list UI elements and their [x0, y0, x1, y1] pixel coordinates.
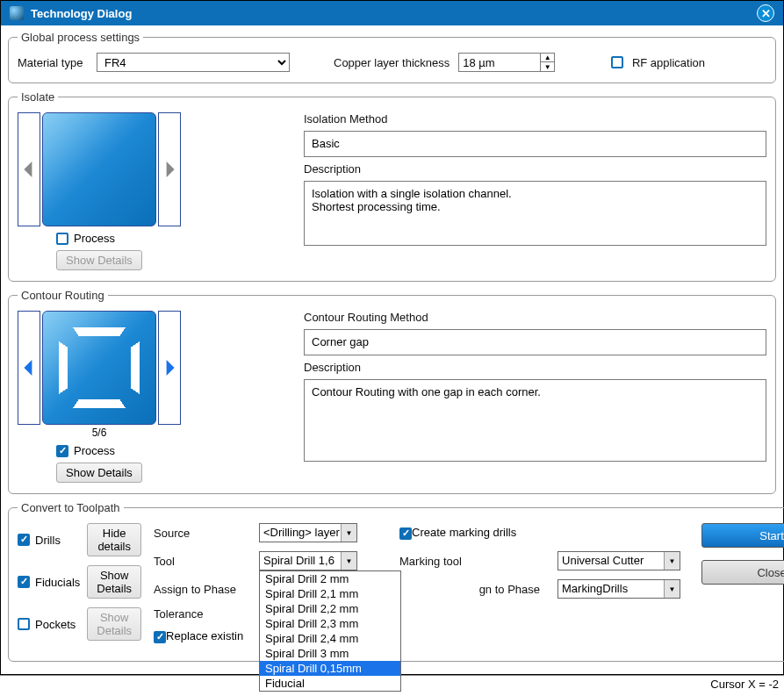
chevron-down-icon[interactable]: ▼ [341, 524, 356, 542]
marking-tool-combo[interactable]: Universal Cutter▼ [557, 551, 689, 570]
contour-process-checkbox[interactable] [56, 445, 68, 457]
isolate-process-checkbox[interactable] [56, 233, 68, 245]
isolate-process-label: Process [74, 232, 115, 245]
isolate-next-button[interactable] [158, 112, 181, 226]
contour-thumbnail [42, 311, 156, 425]
convert-group: Convert to Toolpath Drills Hide details … [8, 501, 784, 662]
close-icon[interactable]: ✕ [757, 4, 774, 22]
convert-form: Source <Drilling> layer▼ Create marking … [154, 523, 689, 643]
create-marking-checkbox[interactable] [399, 527, 412, 540]
chevron-down-icon[interactable]: ▼ [341, 552, 356, 570]
tool-option[interactable]: Spiral Drill 2,1 mm [260, 586, 400, 601]
material-type-label: Material type [18, 56, 88, 69]
contour-group: Contour Routing 5/6 Process Show Details [8, 289, 776, 494]
contour-next-button[interactable] [158, 311, 181, 425]
svg-marker-1 [167, 161, 175, 177]
isolate-show-details-button: Show Details [56, 250, 142, 270]
contour-legend: Contour Routing [18, 289, 108, 302]
material-type-select[interactable]: FR4 [97, 53, 290, 72]
pockets-checkbox[interactable] [18, 618, 30, 630]
titlebar: Technology Dialog ✕ [1, 1, 783, 25]
rf-application-label: RF application [632, 56, 705, 69]
source-label: Source [154, 527, 241, 540]
technology-dialog: Technology Dialog ✕ Global process setti… [0, 0, 784, 675]
spinner-down-icon[interactable]: ▼ [540, 62, 554, 71]
rf-application-checkbox[interactable] [611, 56, 623, 68]
tool-dropdown[interactable]: Spiral Drill 2 mmSpiral Drill 2,1 mmSpir… [259, 570, 401, 692]
drills-label: Drills [35, 534, 61, 547]
isolation-method-label: Isolation Method [304, 112, 766, 126]
isolate-thumbnail [42, 112, 156, 226]
isolation-desc-value: Isolation with a single isolation channe… [304, 181, 766, 246]
contour-counter: 5/6 [18, 427, 181, 439]
assign-phase-label: Assign to Phase [154, 583, 241, 596]
isolate-carousel [18, 112, 181, 226]
create-marking-label: Create marking drills [412, 526, 516, 539]
contour-desc-value: Contour Routing with one gap in each cor… [304, 379, 766, 462]
drills-hide-details-button[interactable]: Hide details [87, 523, 141, 556]
cursor-position: Cursor X = -2 [710, 678, 779, 691]
tolerance-label: Tolerance [154, 607, 241, 621]
convert-legend: Convert to Toolpath [18, 501, 124, 514]
close-button[interactable]: Close [701, 560, 784, 585]
svg-marker-0 [24, 161, 32, 177]
dialog-title: Technology Dialog [31, 7, 132, 20]
isolation-desc-label: Description [304, 162, 766, 176]
copper-thickness-spinner[interactable]: 18 µm ▲▼ [458, 53, 555, 72]
isolate-legend: Isolate [18, 90, 58, 104]
contour-prev-button[interactable] [18, 311, 40, 425]
contour-carousel [18, 311, 181, 425]
svg-marker-2 [24, 360, 32, 376]
tool-option[interactable]: Spiral Drill 3 mm [260, 646, 400, 661]
isolate-prev-button[interactable] [18, 112, 40, 226]
replace-existing-label: Replace existin [166, 629, 243, 642]
contour-method-value: Corner gap [304, 329, 766, 355]
isolation-method-value: Basic [304, 131, 766, 157]
pockets-label: Pockets [35, 618, 76, 631]
isolate-group: Isolate Process Show Details [8, 90, 776, 282]
global-legend: Global process settings [18, 31, 143, 44]
marking-assign-combo[interactable]: MarkingDrills▼ [557, 579, 689, 599]
action-buttons: Start Close [701, 523, 784, 643]
pockets-show-details-button: Show Details [87, 607, 141, 641]
spinner-up-icon[interactable]: ▲ [540, 54, 554, 62]
global-settings-group: Global process settings Material type FR… [8, 31, 776, 83]
tool-option[interactable]: Spiral Drill 2 mm [260, 571, 400, 586]
tool-combo[interactable]: Spiral Drill 1,6▼ Spiral Drill 2 mmSpira… [259, 551, 382, 570]
tool-option[interactable]: Spiral Drill 2,4 mm [260, 631, 400, 646]
fiducials-checkbox[interactable] [18, 576, 30, 588]
replace-existing-checkbox[interactable] [154, 631, 166, 643]
tool-option[interactable]: Fiducial [260, 676, 400, 691]
tool-label: Tool [154, 555, 241, 568]
drills-checkbox[interactable] [18, 534, 30, 546]
contour-process-label: Process [74, 444, 115, 457]
svg-marker-3 [167, 360, 175, 376]
contour-method-label: Contour Routing Method [304, 311, 766, 324]
copper-thickness-value: 18 µm [459, 56, 540, 69]
dialog-body: Global process settings Material type FR… [1, 25, 783, 674]
convert-left-column: Drills Hide details Fiducials Show Detai… [18, 523, 141, 643]
app-icon [10, 6, 24, 20]
contour-show-details-button[interactable]: Show Details [56, 463, 142, 483]
tool-option[interactable]: Spiral Drill 2,2 mm [260, 601, 400, 616]
fiducials-label: Fiducials [35, 576, 80, 589]
source-combo[interactable]: <Drilling> layer▼ [259, 523, 382, 542]
start-button[interactable]: Start [701, 523, 784, 548]
marking-assign-label: gn to Phase [399, 583, 540, 596]
chevron-down-icon[interactable]: ▼ [664, 580, 680, 598]
copper-thickness-label: Copper layer thickness [334, 56, 450, 69]
contour-desc-label: Description [304, 361, 766, 374]
chevron-down-icon[interactable]: ▼ [664, 552, 680, 570]
fiducials-show-details-button[interactable]: Show Details [87, 565, 141, 599]
marking-tool-label: Marking tool [399, 555, 540, 568]
tool-option[interactable]: Spiral Drill 2,3 mm [260, 616, 400, 631]
tool-option[interactable]: Spiral Drill 0,15mm [260, 661, 400, 676]
